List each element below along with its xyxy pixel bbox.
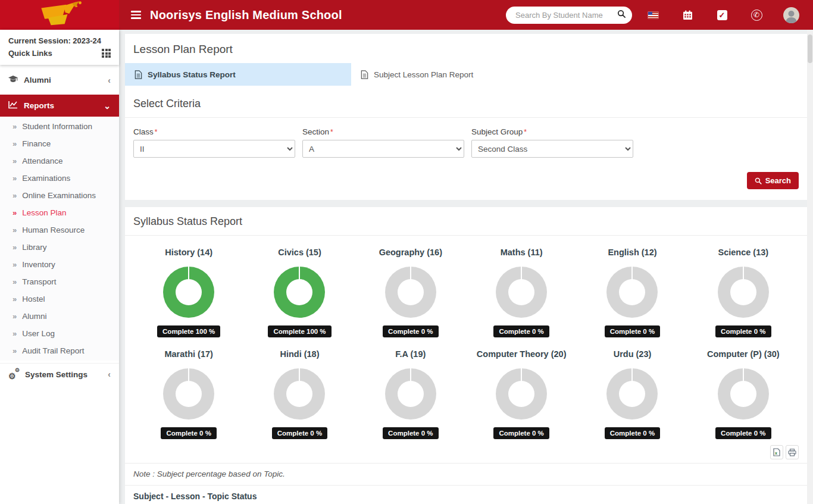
double-chevron-icon: » — [12, 243, 17, 252]
tab-label: Subject Lesson Plan Report — [374, 70, 473, 79]
sidebar-item-attendance[interactable]: »Attendance — [0, 152, 119, 170]
sidebar-item-library[interactable]: »Library — [0, 239, 119, 256]
subject-name: Maths (11) — [501, 248, 543, 257]
double-chevron-icon: » — [12, 174, 17, 183]
school-logo[interactable] — [0, 0, 119, 30]
required-asterisk: * — [330, 128, 333, 136]
sidebar-item-label: Hostel — [22, 295, 45, 303]
printer-icon — [788, 449, 796, 456]
complete-percent-badge: Complete 100 % — [268, 325, 331, 337]
sidebar-item-online-examinations[interactable]: »Online Examinations — [0, 187, 119, 204]
chevron-down-icon: ⌄ — [104, 101, 111, 111]
completion-donut-chart — [385, 267, 436, 318]
sidebar: Current Session: 2023-24 Quick Links Alu… — [0, 30, 119, 504]
sidebar-item-audit-trail-report[interactable]: »Audit Trail Report — [0, 342, 119, 359]
app-header: Noorisys English Medium School ✓ ✆ — [0, 0, 813, 30]
complete-percent-badge: Complete 0 % — [493, 427, 549, 439]
quick-links-grid-icon[interactable] — [102, 49, 111, 58]
double-chevron-icon: » — [12, 191, 17, 200]
complete-percent-badge: Complete 0 % — [605, 427, 660, 439]
hamburger-menu-icon[interactable] — [131, 11, 143, 19]
user-avatar[interactable] — [777, 7, 805, 24]
class-label: Class — [133, 127, 154, 136]
subject-name: History (14) — [165, 248, 212, 257]
tab-label: Syllabus Status Report — [148, 70, 236, 79]
export-excel-button[interactable]: x — [770, 445, 783, 459]
tab-syllabus-status-report[interactable]: Syllabus Status Report — [125, 63, 351, 86]
sidebar-item-alumni[interactable]: Alumni ‹ — [0, 69, 119, 91]
completion-donut-chart — [385, 368, 436, 420]
chart-line-icon — [8, 101, 18, 111]
language-flag-icon[interactable] — [639, 11, 667, 19]
task-check-icon[interactable]: ✓ — [708, 10, 736, 21]
sidebar-item-lesson-plan[interactable]: »Lesson Plan — [0, 204, 119, 221]
app-title: Noorisys English Medium School — [150, 8, 342, 22]
session-card: Current Session: 2023-24 Quick Links — [0, 30, 119, 65]
tab-subject-lesson-plan-report[interactable]: Subject Lesson Plan Report — [351, 63, 577, 86]
subject-cell: Hindi (18)Complete 0 % — [244, 349, 355, 439]
class-select[interactable]: II — [133, 140, 295, 158]
double-chevron-icon: » — [12, 226, 17, 234]
print-button[interactable] — [786, 445, 799, 459]
subject-cell: English (12)Complete 0 % — [577, 248, 687, 337]
completion-donut-chart — [496, 267, 547, 318]
complete-percent-badge: Complete 0 % — [715, 325, 771, 337]
sidebar-item-label: Lesson Plan — [22, 208, 66, 217]
subject-cell: Urdu (23)Complete 0 % — [577, 349, 687, 439]
subject-cell: Geography (16)Complete 0 % — [355, 248, 466, 337]
sidebar-item-user-log[interactable]: »User Log — [0, 325, 119, 342]
subject-cell: Maths (11)Complete 0 % — [466, 248, 577, 337]
sidebar-item-label: Alumni — [24, 76, 51, 84]
sidebar-item-human-resource[interactable]: »Human Resource — [0, 221, 119, 239]
sidebar-item-system-settings[interactable]: ⚙⚙ System Settings ‹ — [0, 363, 119, 385]
completion-donut-chart — [274, 368, 325, 420]
subject-cell: Science (13)Complete 0 % — [688, 248, 799, 337]
sidebar-item-label: Audit Trail Report — [22, 346, 84, 355]
current-session-label: Current Session: 2023-24 — [8, 35, 111, 47]
sidebar-item-inventory[interactable]: »Inventory — [0, 256, 119, 273]
lesson-plan-card: Lesson Plan Report Syllabus Status Repor… — [125, 34, 807, 200]
complete-percent-badge: Complete 100 % — [157, 325, 220, 337]
syllabus-status-heading: Syllabus Status Report — [133, 215, 799, 228]
sidebar-item-examinations[interactable]: »Examinations — [0, 170, 119, 187]
calendar-icon[interactable] — [674, 10, 701, 21]
section-label: Section — [302, 127, 329, 136]
complete-percent-badge: Complete 0 % — [715, 427, 771, 439]
complete-percent-badge: Complete 0 % — [605, 325, 660, 337]
subjects-grid: History (14)Complete 100 %Civics (15)Com… — [133, 245, 799, 439]
document-icon — [135, 70, 142, 79]
subject-name: Geography (16) — [379, 248, 442, 257]
double-chevron-icon: » — [12, 295, 17, 303]
section-select[interactable]: A — [302, 140, 464, 158]
search-button[interactable]: Search — [747, 172, 799, 189]
subject-name: Marathi (17) — [164, 349, 212, 359]
gears-icon: ⚙⚙ — [8, 370, 19, 379]
sidebar-item-reports[interactable]: Reports ⌄ — [0, 95, 119, 117]
student-search-input[interactable] — [514, 10, 617, 20]
sidebar-item-alumni[interactable]: »Alumni — [0, 308, 119, 325]
excel-file-icon: x — [773, 448, 780, 456]
completion-donut-chart — [274, 267, 325, 318]
sidebar-item-hostel[interactable]: »Hostel — [0, 290, 119, 308]
double-chevron-icon: » — [12, 139, 17, 148]
sidebar-item-label: Finance — [22, 139, 51, 148]
sidebar-item-label: Online Examinations — [22, 191, 96, 200]
select-criteria-section: Select Criteria Class* II Section* A Sub… — [125, 86, 807, 200]
graduation-cap-icon — [8, 75, 18, 85]
subject-name: Urdu (23) — [614, 349, 652, 359]
double-chevron-icon: » — [12, 260, 17, 269]
completion-donut-chart — [496, 368, 547, 420]
whatsapp-icon[interactable]: ✆ — [743, 9, 770, 21]
sidebar-item-student-information[interactable]: »Student Information — [0, 118, 119, 135]
subject-name: Civics (15) — [278, 248, 321, 257]
scrollbar-thumb[interactable] — [808, 35, 812, 63]
sidebar-item-label: System Settings — [25, 370, 87, 379]
subject-group-select[interactable]: Second Class — [471, 140, 633, 158]
complete-percent-badge: Complete 0 % — [493, 325, 549, 337]
subject-name: F.A (19) — [395, 349, 426, 359]
page-title: Lesson Plan Report — [125, 34, 807, 63]
search-icon[interactable] — [617, 10, 626, 21]
sidebar-item-finance[interactable]: »Finance — [0, 135, 119, 152]
sidebar-item-transport[interactable]: »Transport — [0, 273, 119, 290]
subject-name: English (12) — [608, 248, 656, 257]
